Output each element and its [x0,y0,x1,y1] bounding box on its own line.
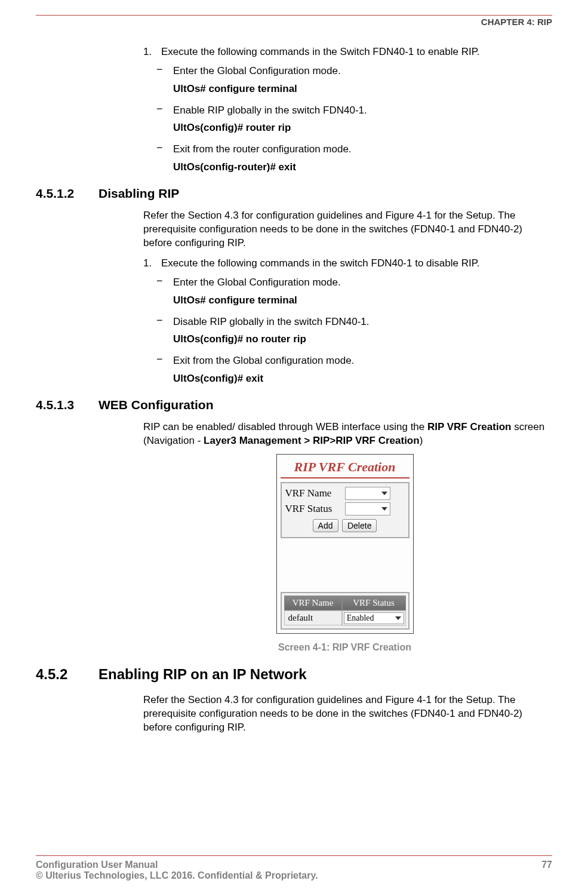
substep-text: Disable RIP globally in the switch FDN40… [173,315,370,329]
command: UltOs(config-router)# exit [143,161,546,173]
section-4-5-1-3-heading: 4.5.1.3 WEB Configuration [36,398,552,412]
substep-text: Enter the Global Configuration mode. [173,275,341,290]
substep: − Enter the Global Configuration mode. [143,64,546,78]
step-number: 1. [143,256,161,271]
dash-bullet: − [156,64,173,78]
substep-text: Exit from the router configuration mode. [173,142,352,156]
chapter-header: CHAPTER 4: RIP [36,17,552,27]
dash-bullet: − [156,142,173,156]
paragraph: Refer the Section 4.3 for configuration … [143,209,546,250]
substep-text: Exit from the Global configuration mode. [173,354,354,368]
command: UltOs(config)# no router rip [143,333,546,345]
section-title: WEB Configuration [98,398,213,412]
dash-bullet: − [156,315,173,329]
table-status-select[interactable]: Enabled [344,612,404,624]
step-number: 1. [143,45,161,59]
paragraph: RIP can be enabled/ disabled through WEB… [143,421,546,448]
substep: − Exit from the router configuration mod… [143,142,546,156]
page-number: 77 [541,860,552,870]
section-4-5-2-heading: 4.5.2 Enabling RIP on an IP Network [36,666,552,683]
dash-bullet: − [156,275,173,290]
command: UltOs(config)# exit [143,373,546,385]
command: UltOs# configure terminal [143,83,546,95]
substep-text: Enable RIP globally in the switch FDN40-… [173,103,367,118]
substep: − Disable RIP globally in the switch FDN… [143,315,546,329]
bold-text: RIP VRF Creation [427,421,511,432]
substep: − Enter the Global Configuration mode. [143,275,546,290]
paragraph: Refer the Section 4.3 for configuration … [143,693,546,735]
section-number: 4.5.1.3 [36,398,98,412]
step-1: 1. Execute the following commands in the… [143,45,546,59]
delete-button[interactable]: Delete [342,519,377,532]
step-text: Execute the following commands in the sw… [161,256,480,271]
section-number: 4.5.1.2 [36,186,98,201]
rip-vrf-screenshot: RIP VRF Creation VRF Name VRF Status Add… [276,454,414,634]
form-box: VRF Name VRF Status Add Delete [281,482,410,538]
chevron-down-icon [381,492,387,495]
text: RIP can be enabled/ disabled through WEB… [143,421,427,432]
vrf-name-row: VRF Name [285,487,405,500]
command: UltOs# configure terminal [143,294,546,306]
footer: Configuration User Manual 77 © Ulterius … [36,855,552,881]
table-cell-name: default [284,610,342,625]
bold-text: Layer3 Management > RIP>RIP VRF Creation [204,435,420,446]
section-number: 4.5.2 [36,666,98,683]
dash-bullet: − [156,103,173,118]
section-title: Disabling RIP [98,186,179,201]
vrf-status-label: VRF Status [285,503,345,515]
select-value: Enabled [347,613,374,623]
substep: − Exit from the Global configuration mod… [143,354,546,368]
screenshot-caption: Screen 4-1: RIP VRF Creation [143,642,546,653]
section-title: Enabling RIP on an IP Network [98,666,307,683]
table-header-status: VRF Status [342,596,406,610]
screenshot-title: RIP VRF Creation [281,458,410,478]
command: UltOs(config)# router rip [143,122,546,134]
vrf-name-select[interactable] [345,487,390,500]
footer-doc-title: Configuration User Manual [36,860,158,870]
text: ) [420,435,423,446]
vrf-name-label: VRF Name [285,487,345,499]
vrf-status-row: VRF Status [285,502,405,515]
section-4-5-1-2-heading: 4.5.1.2 Disabling RIP [36,186,552,201]
substep: − Enable RIP globally in the switch FDN4… [143,103,546,118]
vrf-status-select[interactable] [345,502,390,515]
table-header-name: VRF Name [284,596,342,610]
add-button[interactable]: Add [313,519,338,532]
step-text: Execute the following commands in the Sw… [161,45,480,59]
step-1: 1. Execute the following commands in the… [143,256,546,271]
vrf-table: VRF Name default VRF Status Enabled [281,592,410,630]
chevron-down-icon [381,507,387,511]
footer-copyright: © Ulterius Technologies, LLC 2016. Confi… [36,870,552,881]
dash-bullet: − [156,354,173,368]
chevron-down-icon [395,616,401,620]
substep-text: Enter the Global Configuration mode. [173,64,341,78]
